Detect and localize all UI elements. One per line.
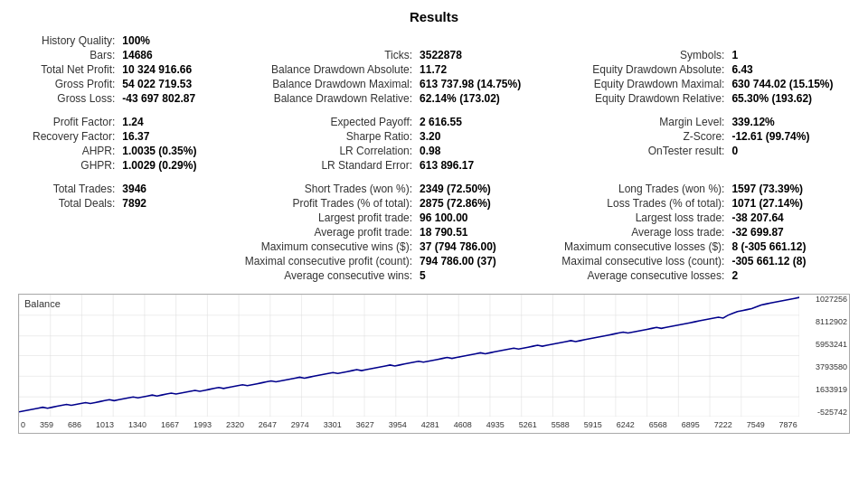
y-label-6: -525742 xyxy=(817,408,847,417)
x-label-23: 7549 xyxy=(747,420,765,429)
x-label-22: 7222 xyxy=(714,420,732,429)
profit-factor-label: Profit Factor: xyxy=(18,115,118,129)
lr-standard-error-value: 613 896.17 xyxy=(416,158,538,173)
balance-drawdown-relative-label: Balance Drawdown Relative: xyxy=(220,91,416,106)
lr-standard-error-label: LR Standard Error: xyxy=(220,158,416,173)
loss-trades-label: Loss Trades (% of total): xyxy=(538,196,729,211)
maximal-consec-loss-label: Maximal consecutive loss (count): xyxy=(538,254,729,268)
balance-drawdown-maximal-label: Balance Drawdown Maximal: xyxy=(220,77,416,91)
x-label-4: 1340 xyxy=(128,420,146,429)
ticks-value: 3522878 xyxy=(416,48,538,62)
symbols-value: 1 xyxy=(728,48,850,62)
avg-consec-wins-label: Average consecutive wins: xyxy=(220,268,416,283)
gross-profit-value: 54 022 719.53 xyxy=(118,77,220,91)
x-label-21: 6895 xyxy=(682,420,700,429)
total-trades-label: Total Trades: xyxy=(18,182,118,196)
x-label-17: 5588 xyxy=(552,420,570,429)
on-tester-label: OnTester result: xyxy=(538,144,729,158)
ghpr-label: GHPR: xyxy=(18,158,118,173)
long-trades-value: 1597 (73.39%) xyxy=(728,182,850,196)
z-score-label: Z-Score: xyxy=(538,129,729,144)
average-profit-trade-label: Average profit trade: xyxy=(220,225,416,239)
ghpr-value: 1.0029 (0.29%) xyxy=(118,158,220,173)
largest-profit-trade-label: Largest profit trade: xyxy=(220,211,416,225)
x-label-0: 0 xyxy=(21,420,25,429)
y-label-5: 1633919 xyxy=(816,385,847,394)
chart-x-axis: 0 359 686 1013 1340 1667 1993 2320 2647 … xyxy=(19,417,799,433)
ticks-label: Ticks: xyxy=(220,48,416,62)
equity-drawdown-relative-label: Equity Drawdown Relative: xyxy=(538,91,729,106)
maximal-consec-profit-label: Maximal consecutive profit (count): xyxy=(220,254,416,268)
avg-consec-losses-value: 2 xyxy=(728,268,850,283)
total-net-profit-value: 10 324 916.66 xyxy=(118,62,220,77)
history-quality-value: 100% xyxy=(118,33,220,48)
max-consec-losses-value: 8 (-305 661.12) xyxy=(728,239,850,254)
x-label-20: 6568 xyxy=(649,420,667,429)
total-deals-value: 7892 xyxy=(118,196,220,211)
x-label-14: 4608 xyxy=(454,420,472,429)
avg-consec-losses-label: Average consecutive losses: xyxy=(538,268,729,283)
maximal-consec-profit-value: 794 786.00 (37) xyxy=(416,254,538,268)
max-consec-wins-value: 37 (794 786.00) xyxy=(416,239,538,254)
short-trades-label: Short Trades (won %): xyxy=(220,182,416,196)
average-loss-trade-value: -32 699.87 xyxy=(728,225,850,239)
balance-chart: Balance xyxy=(18,294,850,434)
margin-level-value: 339.12% xyxy=(728,115,850,129)
x-label-18: 5915 xyxy=(584,420,602,429)
total-deals-label: Total Deals: xyxy=(18,196,118,211)
x-label-6: 1993 xyxy=(193,420,212,429)
recovery-factor-value: 16.37 xyxy=(118,129,220,144)
y-label-1: 1027256 xyxy=(816,295,847,304)
x-label-19: 6242 xyxy=(617,420,635,429)
long-trades-label: Long Trades (won %): xyxy=(538,182,729,196)
balance-drawdown-maximal-value: 613 737.98 (14.75%) xyxy=(416,77,538,91)
lr-correlation-value: 0.98 xyxy=(416,144,538,158)
ahpr-value: 1.0035 (0.35%) xyxy=(118,144,220,158)
x-label-1: 359 xyxy=(40,420,53,429)
ahpr-label: AHPR: xyxy=(18,144,118,158)
maximal-consec-loss-value: -305 661.12 (8) xyxy=(728,254,850,268)
x-label-11: 3627 xyxy=(356,420,374,429)
x-label-12: 3954 xyxy=(389,420,407,429)
short-trades-value: 2349 (72.50%) xyxy=(416,182,538,196)
y-label-4: 3793580 xyxy=(816,362,847,371)
margin-level-label: Margin Level: xyxy=(538,115,729,129)
expected-payoff-value: 2 616.55 xyxy=(416,115,538,129)
sharpe-ratio-value: 3.20 xyxy=(416,129,538,144)
x-label-15: 4935 xyxy=(486,420,505,429)
x-label-7: 2320 xyxy=(226,420,244,429)
x-label-5: 1667 xyxy=(161,420,179,429)
bars-label: Bars: xyxy=(18,48,118,62)
largest-profit-trade-value: 96 100.00 xyxy=(416,211,538,225)
balance-drawdown-absolute-value: 11.72 xyxy=(416,62,538,77)
max-consec-losses-label: Maximum consecutive losses ($): xyxy=(538,239,729,254)
chart-y-axis: 1027256 8112902 5953241 3793580 1633919 … xyxy=(799,295,849,417)
history-quality-label: History Quality: xyxy=(18,33,118,48)
loss-trades-value: 1071 (27.14%) xyxy=(728,196,850,211)
z-score-value: -12.61 (99.74%) xyxy=(728,129,850,144)
total-trades-value: 3946 xyxy=(118,182,220,196)
largest-loss-trade-label: Largest loss trade: xyxy=(538,211,729,225)
y-label-2: 8112902 xyxy=(816,317,847,326)
profit-trades-value: 2875 (72.86%) xyxy=(416,196,538,211)
equity-drawdown-maximal-value: 630 744.02 (15.15%) xyxy=(728,77,850,91)
avg-consec-wins-value: 5 xyxy=(416,268,538,283)
max-consec-wins-label: Maximum consecutive wins ($): xyxy=(220,239,416,254)
x-label-10: 3301 xyxy=(324,420,342,429)
chart-svg-area xyxy=(19,295,799,417)
gross-loss-value: -43 697 802.87 xyxy=(118,91,220,106)
total-net-profit-label: Total Net Profit: xyxy=(18,62,118,77)
recovery-factor-label: Recovery Factor: xyxy=(18,129,118,144)
page-title: Results xyxy=(18,9,850,24)
balance-drawdown-absolute-label: Balance Drawdown Absolute: xyxy=(220,62,416,77)
average-profit-trade-value: 18 790.51 xyxy=(416,225,538,239)
x-label-8: 2647 xyxy=(259,420,277,429)
x-label-24: 7876 xyxy=(779,420,797,429)
largest-loss-trade-value: -38 207.64 xyxy=(728,211,850,225)
x-label-3: 1013 xyxy=(96,420,114,429)
gross-profit-label: Gross Profit: xyxy=(18,77,118,91)
y-label-3: 5953241 xyxy=(816,340,847,349)
equity-drawdown-relative-value: 65.30% (193.62) xyxy=(728,91,850,106)
profit-trades-label: Profit Trades (% of total): xyxy=(220,196,416,211)
equity-drawdown-absolute-label: Equity Drawdown Absolute: xyxy=(538,62,729,77)
